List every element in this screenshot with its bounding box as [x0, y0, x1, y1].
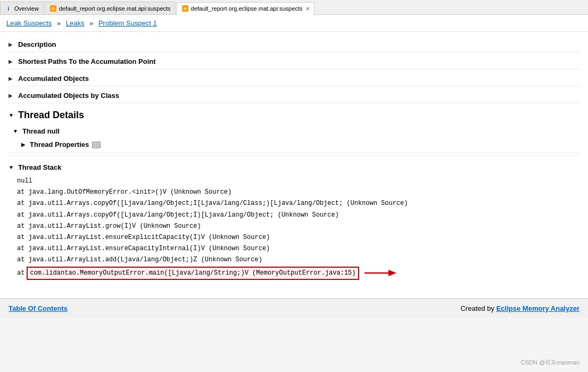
shortest-paths-title: Shortest Paths To the Accumulation Point [18, 57, 156, 65]
thread-properties-toggle-icon: ▶ [21, 142, 26, 147]
tab-overview[interactable]: i Overview [0, 2, 44, 14]
thread-null-title: Thread null [22, 127, 60, 135]
properties-table-icon[interactable] [92, 142, 101, 148]
tab-bar: i Overview R default_report org.eclipse.… [0, 0, 588, 15]
stack-highlighted-box: com.lidantao.MemoryOutputError.main([Lja… [27, 267, 359, 280]
thread-null-header[interactable]: ▼ Thread null [9, 125, 579, 137]
report2-icon: R [181, 5, 189, 12]
section-description[interactable]: ▶ Description [9, 37, 579, 52]
report1-icon: R [49, 5, 57, 12]
sub-section-thread-null: ▼ Thread null ▶ Thread Properties [9, 123, 579, 156]
breadcrumb-leaks[interactable]: Leaks [66, 19, 85, 27]
stack-line-2: at java.util.Arrays.copyOf([Ljava/lang/O… [17, 210, 579, 221]
section-thread-details[interactable]: ▼ Thread Details [9, 105, 579, 123]
svg-text:R: R [52, 6, 55, 11]
accumulated-by-class-title: Accumulated Objects by Class [18, 92, 119, 100]
thread-null-toggle-icon: ▼ [13, 128, 18, 134]
section-shortest-paths[interactable]: ▶ Shortest Paths To the Accumulation Poi… [9, 54, 579, 69]
description-title: Description [18, 40, 56, 48]
eclipse-memory-analyzer-link[interactable]: Eclipse Memory Analyzer [496, 304, 579, 312]
tab-report2[interactable]: R default_report org.eclipse.mat.api:sus… [177, 2, 315, 15]
stack-line-highlighted: at com.lidantao.MemoryOutputError.main([… [17, 266, 579, 280]
accumulated-objects-title: Accumulated Objects [18, 75, 89, 82]
watermark: CSDN @可乐manman [521, 359, 579, 367]
main-content: ▶ Description ▶ Shortest Paths To the Ac… [0, 32, 588, 298]
description-toggle-icon: ▶ [9, 42, 14, 47]
tab-report1-label: default_report org.eclipse.mat.api:suspe… [59, 5, 171, 12]
shortest-paths-toggle-icon: ▶ [9, 59, 14, 64]
breadcrumb-leak-suspects[interactable]: Leak Suspects [6, 19, 52, 27]
table-of-contents-link[interactable]: Table Of Contents [9, 304, 68, 312]
info-icon: i [5, 5, 12, 12]
accumulated-objects-toggle-icon: ▶ [9, 76, 14, 81]
section-accumulated-objects[interactable]: ▶ Accumulated Objects [9, 71, 579, 86]
stack-line-0: at java.lang.OutOfMemoryError.<init>()V … [17, 187, 579, 198]
tab-overview-label: Overview [14, 5, 39, 12]
svg-marker-9 [388, 270, 396, 276]
accumulated-by-class-toggle-icon: ▶ [9, 93, 14, 98]
tab-report2-label: default_report org.eclipse.mat.api:suspe… [191, 5, 303, 12]
breadcrumb: Leak Suspects » Leaks » Problem Suspect … [0, 15, 588, 32]
thread-details-toggle-icon: ▼ [9, 112, 14, 118]
thread-properties-header[interactable]: ▶ Thread Properties [21, 138, 579, 151]
stack-at-prefix: at [17, 268, 27, 278]
thread-properties-row: ▶ Thread Properties [9, 137, 579, 153]
stack-line-6: at java.util.ArrayList.add(Ljava/lang/Ob… [17, 254, 579, 266]
thread-stack-title: Thread Stack [18, 163, 62, 171]
stack-trace: null at java.lang.OutOfMemoryError.<init… [9, 173, 579, 283]
created-by-section: Created by Eclipse Memory Analyzer [460, 304, 579, 312]
section-accumulated-by-class[interactable]: ▶ Accumulated Objects by Class [9, 88, 579, 103]
stack-line-1: at java.util.Arrays.copyOf([Ljava/lang/O… [17, 198, 579, 209]
thread-stack-toggle-icon: ▼ [9, 164, 14, 170]
thread-stack-header[interactable]: ▼ Thread Stack [9, 159, 579, 173]
breadcrumb-problem-suspect[interactable]: Problem Suspect 1 [98, 19, 157, 27]
section-thread-stack: ▼ Thread Stack null at java.lang.OutOfMe… [9, 159, 579, 283]
breadcrumb-sep2: » [89, 19, 93, 27]
svg-text:R: R [184, 6, 187, 11]
thread-properties-title: Thread Properties [30, 140, 89, 148]
stack-line-5: at java.util.ArrayList.ensureCapacityInt… [17, 243, 579, 254]
thread-details-title: Thread Details [18, 110, 84, 121]
tab-report2-close[interactable]: ✕ [305, 6, 310, 12]
footer: Table Of Contents Created by Eclipse Mem… [0, 298, 588, 318]
tab-report1[interactable]: R default_report org.eclipse.mat.api:sus… [45, 2, 176, 14]
arrow-container [365, 268, 396, 278]
stack-null-line: null [17, 176, 579, 187]
created-by-prefix: Created by [460, 304, 494, 312]
stack-line-4: at java.util.ArrayList.ensureExplicitCap… [17, 232, 579, 243]
breadcrumb-sep1: » [57, 19, 61, 27]
stack-line-3: at java.util.ArrayList.grow(I)V (Unknown… [17, 221, 579, 232]
red-arrow-icon [365, 268, 396, 278]
